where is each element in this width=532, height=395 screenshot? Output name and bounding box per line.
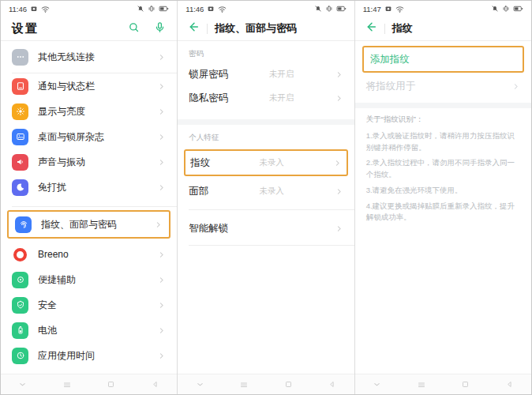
back-nav-icon[interactable] (505, 380, 514, 389)
chevron-right-icon (335, 70, 343, 79)
chevron-right-icon (511, 82, 520, 91)
search-icon[interactable] (128, 21, 140, 36)
item-label: Breeno (38, 249, 148, 260)
chevron-right-icon (157, 158, 166, 167)
row-label: 隐私密码 (189, 92, 228, 105)
navigation-bar (1, 374, 177, 394)
page-header: 指纹、面部与密码 (178, 17, 354, 40)
battery-status-icon (336, 5, 347, 13)
ellipsis-icon (12, 49, 28, 66)
page-title: 指纹、面部与密码 (215, 21, 297, 36)
breeno-ring-icon (13, 248, 27, 261)
item-label: 显示与亮度 (38, 105, 148, 118)
page-title: 设置 (12, 21, 39, 36)
back-icon[interactable] (365, 21, 377, 36)
row-label: 将指纹用于 (366, 80, 416, 93)
item-label: 其他无线连接 (38, 51, 148, 64)
divider (12, 206, 177, 207)
settings-item-convenience-aid[interactable]: 便捷辅助 (1, 267, 177, 292)
item-label: 安全 (38, 299, 148, 312)
menu-icon[interactable] (62, 380, 72, 389)
settings-item-notifications[interactable]: 通知与状态栏 (1, 73, 177, 99)
help-tip-1: 1.录入或验证指纹时，请稍许用力按压指纹识别键并稍作停留。 (366, 130, 520, 153)
chevron-right-icon (157, 250, 166, 259)
item-label: 桌面与锁屏杂志 (38, 130, 148, 144)
mute-icon (314, 5, 322, 13)
sun-icon (12, 103, 28, 120)
chevron-right-icon (335, 94, 343, 103)
chevron-right-icon (157, 107, 166, 116)
navigation-bar (178, 374, 354, 394)
settings-title-bar: 设置 (1, 17, 177, 40)
item-label: 免打扰 (38, 181, 148, 194)
row-value: 未录入 (259, 186, 284, 197)
navigation-bar (355, 374, 531, 394)
item-label: 应用使用时间 (38, 349, 148, 363)
picture-icon (12, 129, 28, 145)
menu-icon[interactable] (239, 380, 249, 389)
vibrate-icon (325, 5, 333, 13)
hide-navbar-icon[interactable] (196, 380, 204, 389)
recents-icon[interactable] (461, 380, 470, 389)
screen-settings: 11:46 设置 其他无线连接 通知与状态栏 (1, 1, 177, 394)
status-bar: 11:46 (1, 1, 177, 17)
chevron-right-icon (157, 276, 166, 284)
settings-item-do-not-disturb[interactable]: 免打扰 (1, 175, 177, 200)
chevron-right-icon (157, 352, 166, 360)
settings-item-security[interactable]: 安全 (1, 292, 177, 318)
row-lockscreen-password[interactable]: 锁屏密码 未开启 (178, 62, 354, 86)
row-face[interactable]: 面部 未录入 (178, 179, 354, 203)
microphone-icon[interactable] (154, 21, 166, 36)
screenshot-icon (384, 5, 392, 13)
chevron-right-icon (335, 187, 343, 196)
recents-icon[interactable] (107, 380, 115, 389)
add-fingerprint-button[interactable]: 添加指纹 (370, 53, 410, 66)
status-time: 11:46 (185, 5, 204, 13)
settings-item-app-usage-time[interactable]: 应用使用时间 (1, 343, 177, 368)
row-label: 指纹 (190, 156, 210, 170)
row-use-fingerprint-for[interactable]: 将指纹用于 (355, 74, 531, 98)
item-label: 通知与状态栏 (38, 80, 148, 93)
settings-item-display[interactable]: 显示与亮度 (1, 99, 177, 124)
mute-icon (491, 5, 499, 13)
settings-item-sound-vibration[interactable]: 声音与振动 (1, 149, 177, 175)
item-label: 电池 (38, 324, 148, 337)
fingerprint-help-section: 关于“指纹识别”： 1.录入或验证指纹时，请稍许用力按压指纹识别键并稍作停留。 … (355, 108, 531, 228)
chevron-right-icon (157, 82, 166, 91)
settings-item-wallpaper-magazine[interactable]: 桌面与锁屏杂志 (1, 124, 177, 149)
wifi-icon (41, 5, 50, 13)
row-smart-unlock[interactable]: 智能解锁 (178, 216, 354, 240)
chevron-right-icon (154, 220, 163, 229)
highlight-box-fingerprint-face-password: 指纹、面部与密码 (7, 210, 170, 239)
settings-item-other-wireless[interactable]: 其他无线连接 (1, 41, 177, 73)
fingerprint-icon (15, 216, 32, 233)
row-label: 面部 (189, 185, 208, 198)
hide-navbar-icon[interactable] (18, 380, 27, 389)
menu-icon[interactable] (417, 380, 426, 389)
divider (189, 245, 354, 246)
header-divider (207, 24, 208, 34)
help-tip-3: 3.请避免在强光环境下使用。 (366, 185, 520, 197)
chevron-right-icon (157, 326, 166, 335)
header-divider (384, 24, 385, 34)
row-fingerprint[interactable]: 指纹 未录入 (185, 151, 346, 175)
chevron-right-icon (157, 53, 166, 62)
battery-status-icon (513, 5, 523, 13)
settings-item-battery[interactable]: 电池 (1, 318, 177, 343)
hide-navbar-icon[interactable] (373, 380, 381, 389)
back-nav-icon[interactable] (151, 380, 159, 389)
recents-icon[interactable] (284, 380, 293, 389)
moon-icon (12, 179, 28, 196)
assist-icon (12, 272, 28, 288)
row-privacy-password[interactable]: 隐私密码 未开启 (178, 86, 354, 110)
page-title: 指纹 (392, 21, 413, 36)
row-label: 锁屏密码 (189, 68, 228, 81)
vibrate-icon (148, 5, 155, 13)
settings-item-breeno[interactable]: Breeno (1, 242, 177, 267)
row-value: 未开启 (269, 69, 294, 80)
chevron-right-icon (157, 133, 166, 141)
back-icon[interactable] (187, 21, 200, 36)
back-nav-icon[interactable] (328, 380, 336, 389)
settings-item-fingerprint-face-password[interactable]: 指纹、面部与密码 (9, 212, 169, 237)
status-time: 11:46 (9, 5, 27, 13)
